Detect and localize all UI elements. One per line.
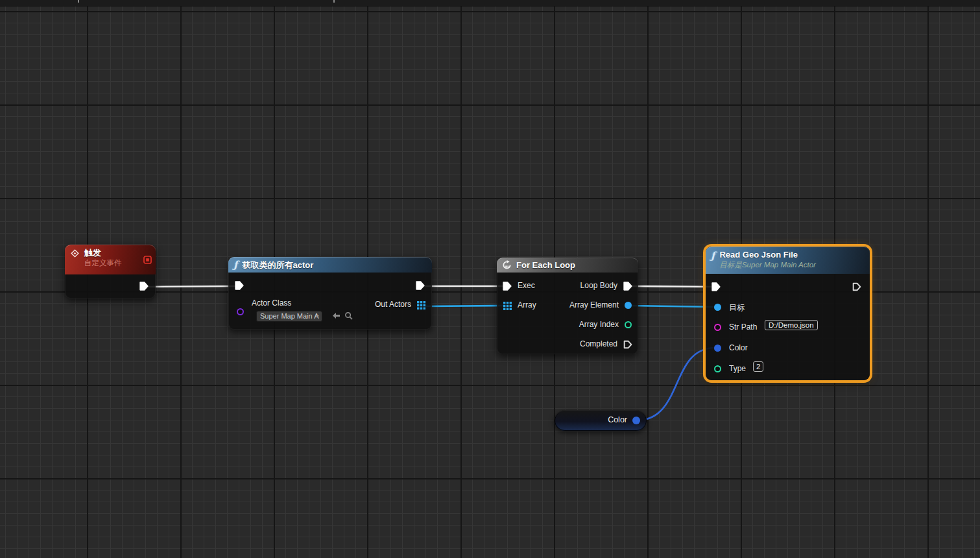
event-binding-box-icon xyxy=(143,256,152,264)
custom-event-diamond-icon xyxy=(70,249,80,258)
wire-color-var-to-color-pin xyxy=(636,348,715,420)
array-pin-label: Array xyxy=(518,300,536,309)
exec-pin[interactable] xyxy=(502,281,512,291)
clipped-text-artifact xyxy=(333,0,335,3)
type-pin[interactable] xyxy=(714,365,721,372)
array-element-pin-label: Array Element xyxy=(569,300,619,309)
node-get-all-actors-of-class[interactable]: ƒ 获取类的所有actor Actor Class Super Map Main… xyxy=(228,257,432,330)
clipped-text-artifact xyxy=(78,0,79,3)
type-pin-label: Type xyxy=(729,364,746,373)
node-trigger-header[interactable]: 触发 自定义事件 xyxy=(65,245,156,274)
str-path-pin[interactable] xyxy=(714,324,721,331)
chevron-down-icon: ▼ xyxy=(315,311,320,321)
exec-pin-label: Exec xyxy=(518,281,535,290)
color-variable-out-pin[interactable] xyxy=(632,417,640,424)
node-foreach-title: For Each Loop xyxy=(516,260,575,271)
exec-out-pin[interactable] xyxy=(852,282,862,292)
node-trigger-custom-event[interactable]: 触发 自定义事件 xyxy=(65,245,156,298)
node-trigger-title: 触发 xyxy=(84,247,122,258)
clipped-toolbar-edge xyxy=(0,0,980,6)
loop-icon xyxy=(502,260,512,270)
use-selected-asset-arrow-icon[interactable] xyxy=(332,312,341,319)
loop-body-exec-pin[interactable] xyxy=(623,281,633,291)
node-readgeo-title: Read Geo Json File xyxy=(719,249,815,260)
exec-out-pin[interactable] xyxy=(415,280,425,291)
wire-exec-trigger-to-getall xyxy=(147,286,237,287)
target-pin-label: 目标 xyxy=(729,302,745,313)
str-path-input[interactable]: D:/Demo.json xyxy=(765,320,818,330)
wire-array-outactors-to-array xyxy=(426,306,505,306)
array-index-pin-label: Array Index xyxy=(579,320,619,329)
array-index-pin[interactable] xyxy=(625,321,632,328)
node-foreach-header[interactable]: For Each Loop xyxy=(497,258,638,273)
type-input[interactable]: 2 xyxy=(753,361,763,372)
browse-asset-magnifier-icon[interactable] xyxy=(344,311,353,320)
node-readgeo-subtitle: 目标是Super Map Main Actor xyxy=(719,260,815,270)
node-getall-title: 获取类的所有actor xyxy=(242,260,313,271)
node-getall-header[interactable]: ƒ 获取类的所有actor xyxy=(228,257,432,273)
completed-exec-pin[interactable] xyxy=(623,339,633,350)
actor-class-pin[interactable] xyxy=(237,308,244,315)
color-pin-label: Color xyxy=(729,343,748,352)
loop-body-pin-label: Loop Body xyxy=(580,281,617,290)
function-icon: ƒ xyxy=(711,250,715,261)
exec-out-pin[interactable] xyxy=(139,281,149,291)
completed-pin-label: Completed xyxy=(580,339,617,348)
str-path-pin-label: Str Path xyxy=(729,322,757,332)
array-element-pin[interactable] xyxy=(625,302,632,309)
wire-array-element-to-target xyxy=(628,306,715,307)
actor-class-pin-label: Actor Class xyxy=(252,298,291,308)
color-variable-label: Color xyxy=(608,415,627,424)
out-actors-array-pin[interactable] xyxy=(417,301,425,309)
node-color-variable-get[interactable]: Color xyxy=(555,410,647,431)
function-icon: ƒ xyxy=(233,260,237,270)
exec-in-pin[interactable] xyxy=(234,280,245,291)
actor-class-dropdown[interactable]: Super Map Main A ▼ xyxy=(256,311,322,322)
out-actors-pin-label: Out Actors xyxy=(375,300,411,309)
node-readgeo-header[interactable]: ƒ Read Geo Json File 目标是Super Map Main A… xyxy=(706,247,870,274)
node-for-each-loop[interactable]: For Each Loop Exec Array Loop Body Array… xyxy=(497,258,638,354)
node-read-geo-json-file[interactable]: ƒ Read Geo Json File 目标是Super Map Main A… xyxy=(706,247,870,380)
color-pin[interactable] xyxy=(714,345,721,352)
array-pin[interactable] xyxy=(503,302,512,310)
wire-exec-loopbody-to-read xyxy=(629,286,715,287)
node-trigger-subtitle: 自定义事件 xyxy=(84,258,122,268)
blueprint-graph-canvas[interactable]: 触发 自定义事件 ƒ 获取类的所有actor Actor Class Super… xyxy=(0,0,980,558)
exec-in-pin[interactable] xyxy=(711,282,721,292)
actor-class-dropdown-value: Super Map Main A xyxy=(260,312,319,320)
target-pin[interactable] xyxy=(714,304,721,311)
